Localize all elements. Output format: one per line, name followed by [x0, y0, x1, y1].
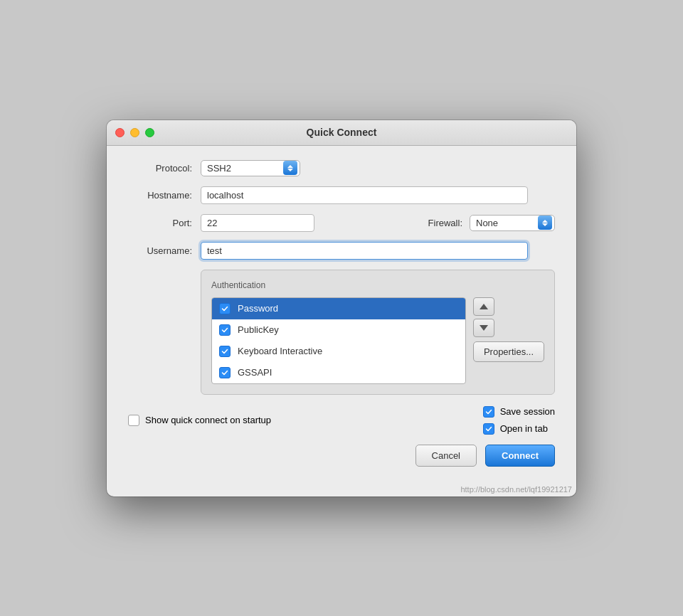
traffic-lights [115, 128, 154, 137]
auth-item-password[interactable]: Password [212, 298, 465, 319]
right-checkboxes: Save session Open in tab [483, 406, 555, 435]
open-in-tab-label: Open in tab [500, 423, 548, 434]
show-quick-connect-row: Show quick connect on startup [128, 415, 271, 426]
svg-marker-1 [480, 325, 488, 331]
close-button[interactable] [115, 128, 125, 137]
bottom-row: Show quick connect on startup Save sessi… [128, 406, 555, 435]
auth-right-controls: Properties... [473, 297, 544, 384]
auth-checkbox-publickey[interactable] [219, 324, 231, 336]
auth-inner: Password PublicKey [211, 297, 544, 384]
connect-button[interactable]: Connect [485, 445, 555, 467]
quick-connect-window: Quick Connect Protocol: SSH2 Hostname: P… [107, 120, 576, 496]
properties-button[interactable]: Properties... [473, 341, 544, 362]
save-session-label: Save session [500, 406, 555, 417]
port-input[interactable] [201, 214, 314, 232]
auth-section: Authentication Password [201, 270, 555, 395]
protocol-row: Protocol: SSH2 [128, 160, 555, 176]
firewall-label: Firewall: [428, 218, 462, 228]
button-row: Cancel Connect [128, 445, 555, 467]
auth-checkbox-gssapi[interactable] [219, 367, 231, 378]
auth-title: Authentication [211, 280, 544, 290]
title-bar: Quick Connect [107, 120, 576, 146]
scroll-up-button[interactable] [473, 297, 494, 316]
maximize-button[interactable] [145, 128, 154, 137]
port-label: Port: [128, 218, 192, 228]
username-row: Username: [128, 242, 555, 260]
minimize-button[interactable] [130, 128, 139, 137]
cancel-button[interactable]: Cancel [415, 445, 477, 467]
form-content: Protocol: SSH2 Hostname: Port: Firewall:… [107, 146, 576, 484]
auth-item-keyboard[interactable]: Keyboard Interactive [212, 341, 465, 362]
hostname-row: Hostname: [128, 186, 555, 204]
auth-checkbox-password[interactable] [219, 303, 231, 314]
hostname-label: Hostname: [128, 190, 192, 201]
auth-label-password: Password [238, 303, 278, 314]
scroll-controls [473, 297, 494, 337]
watermark: http://blog.csdn.net/lqf19921217 [107, 484, 576, 496]
auth-item-publickey[interactable]: PublicKey [212, 319, 465, 341]
firewall-group: Firewall: None [428, 215, 555, 231]
port-firewall-row: Port: Firewall: None [128, 214, 555, 232]
auth-item-gssapi[interactable]: GSSAPI [212, 362, 465, 383]
firewall-select[interactable]: None [470, 215, 555, 231]
save-session-row: Save session [483, 406, 555, 418]
open-in-tab-checkbox[interactable] [483, 423, 494, 435]
firewall-select-wrapper: None [470, 215, 555, 231]
open-in-tab-row: Open in tab [483, 423, 555, 435]
auth-label-publickey: PublicKey [238, 324, 279, 335]
protocol-label: Protocol: [128, 163, 192, 174]
scroll-down-button[interactable] [473, 319, 494, 337]
username-input[interactable] [201, 242, 528, 260]
auth-list: Password PublicKey [211, 297, 466, 384]
hostname-input[interactable] [201, 186, 528, 204]
save-session-checkbox[interactable] [483, 406, 494, 418]
auth-checkbox-keyboard[interactable] [219, 346, 231, 357]
svg-marker-0 [480, 304, 488, 309]
username-label: Username: [128, 245, 192, 256]
window-title: Quick Connect [307, 127, 377, 138]
show-quick-connect-label: Show quick connect on startup [145, 415, 271, 425]
show-quick-connect-checkbox[interactable] [128, 415, 139, 426]
auth-label-gssapi: GSSAPI [238, 367, 272, 378]
protocol-select-wrapper: SSH2 [201, 160, 300, 176]
protocol-select[interactable]: SSH2 [201, 160, 300, 176]
auth-label-keyboard: Keyboard Interactive [238, 346, 322, 356]
